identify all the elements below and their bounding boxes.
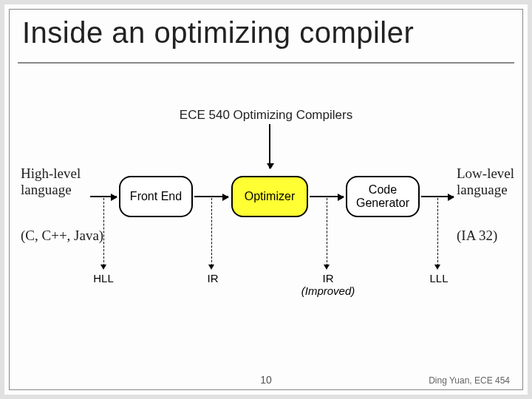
text: language (457, 182, 508, 197)
box-label: Code Generator (356, 183, 409, 210)
text: High-level (21, 166, 81, 181)
edge-label-ir: IR (198, 272, 228, 284)
arrow-optimizer-codegen (310, 196, 344, 197)
arrow-in-front-end (90, 196, 117, 197)
arrow-subtitle-to-optimizer (269, 124, 270, 168)
dash-ir-improved-head (324, 265, 330, 270)
title-divider (18, 62, 514, 64)
text: language (21, 182, 72, 197)
slide: Inside an optimizing compiler ECE 540 Op… (0, 0, 532, 399)
dash-hll-head (100, 265, 106, 270)
box-label: Front End (130, 190, 182, 203)
box-label: Optimizer (245, 190, 295, 203)
label-source-langs: (C, C++, Java) (21, 228, 103, 244)
dash-ir-improved (327, 198, 327, 266)
box-code-generator: Code Generator (346, 176, 420, 217)
dash-ir (211, 198, 212, 266)
dash-hll (103, 198, 104, 266)
dash-lll-head (434, 265, 440, 270)
text: (Improved) (301, 284, 355, 297)
slide-title: Inside an optimizing compiler (22, 16, 414, 50)
edge-label-ir-improved: IR (Improved) (297, 272, 359, 297)
box-front-end: Front End (119, 176, 193, 217)
dash-lll (437, 198, 438, 266)
label-low-level-language: Low-level language (457, 166, 514, 198)
text: Low-level (457, 166, 514, 181)
arrow-frontend-optimizer (194, 196, 228, 197)
text: IR (323, 272, 334, 284)
label-target-arch: (IA 32) (457, 228, 497, 244)
label-high-level-language: High-level language (21, 166, 81, 198)
box-optimizer: Optimizer (231, 176, 308, 217)
credit: Ding Yuan, ECE 454 (429, 375, 510, 386)
edge-label-lll: LLL (424, 272, 454, 284)
subtitle: ECE 540 Optimizing Compilers (4, 108, 528, 123)
edge-label-hll: HLL (89, 272, 118, 284)
arrow-out-codegen (421, 196, 454, 197)
dash-ir-head (208, 265, 214, 270)
